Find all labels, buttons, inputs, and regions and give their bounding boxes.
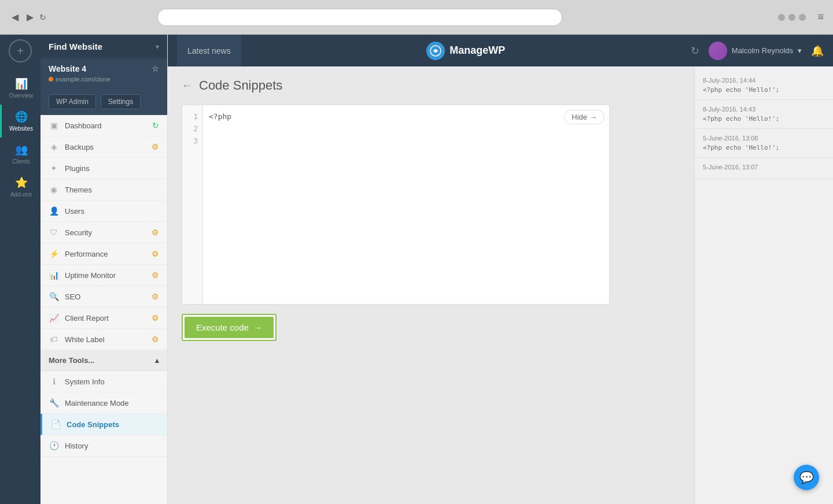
chat-bubble[interactable]: 💬 [794,465,819,490]
seo-icon: 🔍 [49,292,59,301]
sidebar-item-label-performance: Performance [65,250,146,258]
sidebar-item-label-history: History [65,442,159,450]
maintenance-icon: 🔧 [49,398,59,407]
more-tools-header[interactable]: More Tools... ▴ [40,350,167,371]
sidebar-item-maintenance[interactable]: 🔧 Maintenance Mode [40,392,167,414]
rail-label-addons: Add-ons [10,191,32,198]
code-snippets-icon: 📄 [50,420,61,429]
uptime-gear-icon: ⚙ [152,270,159,280]
sidebar-item-backups[interactable]: ◈ Backups ⚙ [40,136,167,158]
favorite-star-icon[interactable]: ☆ [152,64,159,73]
plugins-icon: ✦ [49,164,59,173]
execute-button-wrapper: Execute code → [182,314,277,341]
back-button[interactable]: ← [182,80,192,92]
sidebar-item-label-backups: Backups [65,143,146,151]
address-bar[interactable] [157,9,562,26]
sidebar-item-history[interactable]: 🕐 History [40,435,167,457]
website-url-label: example.com/clone [56,76,110,83]
client-report-gear-icon: ⚙ [152,313,159,323]
user-name: Malcolm Reynolds [732,46,793,55]
rail-item-overview[interactable]: 📊 Overview [0,72,40,105]
history-icon: 🕐 [49,441,59,450]
history-entry-4: 5-June-2016, 13:07 [695,158,833,179]
uptime-icon: 📊 [49,270,59,280]
notification-bell-icon[interactable]: 🔔 [811,45,824,57]
dashboard-icon: ▣ [49,121,59,130]
code-textarea[interactable]: <?php [209,111,603,298]
website-url-row: example.com/clone [49,76,159,83]
sidebar-item-dashboard[interactable]: ▣ Dashboard ↻ [40,115,167,136]
line-number-2: 2 [187,123,198,135]
history-entry-2: 8-July-2016, 14:43 <?php echo 'Hello!'; [695,100,833,129]
wp-admin-button[interactable]: WP Admin [49,94,96,109]
history-code-3: <?php echo 'Hello!'; [703,144,825,151]
rail-item-clients[interactable]: 👥 Clients [0,138,40,171]
header-right: ↻ Malcolm Reynolds ▾ 🔔 [691,42,824,60]
line-number-3: 3 [187,135,198,147]
sidebar-item-white-label[interactable]: 🏷 White Label ⚙ [40,329,167,350]
nav-back-button[interactable]: ◀ [9,10,21,24]
sidebar-item-security[interactable]: 🛡 Security ⚙ [40,222,167,243]
overview-icon: 📊 [15,77,28,90]
browser-nav-buttons: ◀ ▶ ↻ [9,10,46,24]
header-logo: ManageWP [241,42,691,60]
sidebar-item-label-themes: Themes [65,186,159,194]
nav-forward-button[interactable]: ▶ [24,10,36,24]
page-title: Code Snippets [199,78,282,93]
logo-icon [426,42,445,60]
header-refresh-icon[interactable]: ↻ [691,45,699,57]
execute-code-button[interactable]: Execute code → [185,317,274,338]
top-header: Latest news ManageWP ↻ Malcolm Reynolds … [168,35,833,66]
sidebar-item-label-maintenance: Maintenance Mode [65,399,159,407]
find-website-label[interactable]: Find Website [49,42,102,51]
website-name-label: Website 4 [49,64,86,73]
sidebar-item-label-dashboard: Dashboard [65,121,146,130]
sidebar-item-system-info[interactable]: ℹ System Info [40,371,167,392]
websites-icon: 🌐 [15,110,28,123]
sidebar-item-code-snippets[interactable]: 📄 Code Snippets [40,414,167,435]
chevron-down-icon: ▾ [156,43,159,51]
hide-button[interactable]: Hide → [564,110,605,124]
sidebar-item-performance[interactable]: ⚡ Performance ⚙ [40,243,167,265]
sidebar-item-users[interactable]: 👤 Users [40,201,167,222]
browser-window-controls [778,14,806,21]
rail-item-addons[interactable]: ⭐ Add-ons [0,171,40,203]
browser-refresh-button[interactable]: ↻ [39,13,46,22]
window-dot-yellow [788,14,795,21]
history-code-1: <?php echo 'Hello!'; [703,86,825,94]
news-tab[interactable]: Latest news [177,35,241,66]
app-wrapper: + 📊 Overview 🌐 Websites 👥 Clients ⭐ Add-… [0,35,833,504]
sidebar-item-themes[interactable]: ◉ Themes [40,179,167,201]
window-dot-green [799,14,806,21]
clients-icon: 👥 [15,143,28,156]
chevron-up-icon: ▴ [155,356,159,365]
sidebar-item-label-plugins: Plugins [65,164,159,173]
sidebar-item-uptime[interactable]: 📊 Uptime Monitor ⚙ [40,265,167,286]
logo-text: ManageWP [449,45,505,57]
history-entry-1: 8-July-2016, 14:44 <?php echo 'Hello!'; [695,71,833,100]
sidebar-item-plugins[interactable]: ✦ Plugins [40,158,167,179]
page-content: ← Code Snippets 1 2 3 <?php Hide → [168,66,694,504]
browser-menu-icon[interactable]: ≡ [817,11,824,23]
code-editor: 1 2 3 <?php Hide → [182,105,610,305]
user-menu[interactable]: Malcolm Reynolds ▾ [709,42,802,60]
more-tools-label: More Tools... [49,356,94,365]
website-info: Website 4 ☆ example.com/clone [40,58,167,88]
sidebar-item-seo[interactable]: 🔍 SEO ⚙ [40,286,167,307]
status-dot [49,77,53,81]
history-date-2: 8-July-2016, 14:43 [703,106,825,113]
execute-arrow-icon: → [253,323,262,332]
add-button[interactable]: + [9,39,32,62]
icon-rail: + 📊 Overview 🌐 Websites 👥 Clients ⭐ Add-… [0,35,40,504]
sidebar-item-label-client-report: Client Report [65,314,146,323]
settings-button[interactable]: Settings [101,94,141,109]
users-icon: 👤 [49,206,59,216]
sidebar-item-client-report[interactable]: 📈 Client Report ⚙ [40,307,167,329]
execute-code-label: Execute code [196,323,249,332]
avatar-image [709,42,727,60]
security-gear-icon: ⚙ [152,228,159,237]
content-area: ← Code Snippets 1 2 3 <?php Hide → [168,66,833,504]
history-panel: 8-July-2016, 14:44 <?php echo 'Hello!'; … [694,66,833,504]
sidebar-item-label-seo: SEO [65,292,146,301]
rail-item-websites[interactable]: 🌐 Websites [0,105,40,138]
